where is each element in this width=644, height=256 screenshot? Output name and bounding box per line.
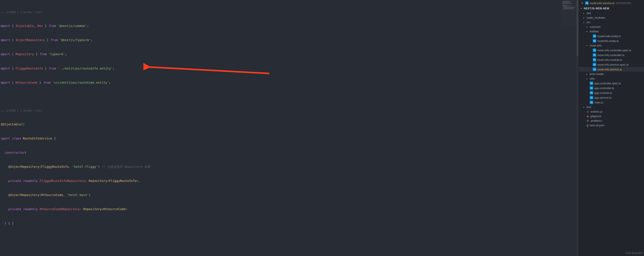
file-app-controller-spec[interactable]: ▸TSapp.controller.spec.ts <box>579 81 644 86</box>
code-line: mport { Injectable, Res } from '@nestjs/… <box>1 24 579 28</box>
file-explorer-sidebar: ✕ TS route-info.service.ts src/route-inf… <box>579 0 644 256</box>
chevron-right-icon: ▸ <box>586 78 588 80</box>
folder-utils[interactable]: ▸utils <box>579 76 644 81</box>
typescript-icon: TS <box>593 53 596 57</box>
file-gitignore[interactable]: ▸◆.gitignore <box>579 114 644 118</box>
eslint-icon: ◎ <box>587 110 589 113</box>
typescript-icon: TS <box>590 82 593 85</box>
folder-route-info[interactable]: ▾route-info <box>579 43 644 48</box>
folder-test[interactable]: ▸test <box>579 105 644 109</box>
file-tree: ▸dist ▸node_modules ▾src ▸common ▾entiti… <box>579 11 644 256</box>
code-line: xport class RouteInfoService { <box>1 136 579 141</box>
open-editors-section: ✕ TS route-info.service.ts src/route-inf… <box>579 0 644 6</box>
typescript-icon: TS <box>590 96 593 99</box>
file-routeinfo-entity[interactable]: ▸TSrouteInfo.entity.ts <box>579 38 644 43</box>
file-routecode-entity[interactable]: ▸TSrouteCode.entity.ts <box>579 34 644 38</box>
file-service-active[interactable]: ▸TSroute-info.service.ts <box>579 67 644 72</box>
git-icon: ◆ <box>587 115 588 118</box>
code-line: ) { } <box>1 221 579 226</box>
json-icon: {} <box>587 124 588 127</box>
vertical-scrollbar[interactable] <box>576 0 579 256</box>
chevron-down-icon: ▾ <box>581 8 583 10</box>
git-blame-line: u, 2小时前 | 1 author (You) <box>1 109 579 113</box>
file-app-module[interactable]: ▸TSapp.module.ts <box>579 90 644 95</box>
project-name: NESTJS-WEB-NEW <box>584 7 610 10</box>
typescript-icon: TS <box>593 39 596 42</box>
code-area[interactable]: u, 2小时前 | 1 author (You) mport { Injecta… <box>0 0 579 256</box>
close-icon[interactable]: ✕ <box>581 2 584 4</box>
open-file-path: src/route-info <box>616 2 631 4</box>
typescript-icon: TS <box>593 48 596 52</box>
folder-entities[interactable]: ▾entities <box>579 29 644 34</box>
typescript-icon: TS <box>590 100 593 104</box>
chevron-right-icon: ▸ <box>586 26 588 28</box>
code-line: private readonly HtSourceCodeRepository:… <box>1 207 579 212</box>
chevron-down-icon: ▾ <box>584 21 586 24</box>
typescript-icon: TS <box>585 1 588 5</box>
code-line: mport { InjectRepository } from '@nestjs… <box>1 38 579 42</box>
editor-pane: u, 2小时前 | 1 author (You) mport { Injecta… <box>0 0 579 256</box>
code-line: @Injectable() <box>1 122 579 127</box>
chevron-right-icon: ▸ <box>584 106 586 108</box>
folder-common[interactable]: ▸common <box>579 24 644 29</box>
typescript-icon: TS <box>593 68 596 71</box>
minimap[interactable] <box>562 0 577 26</box>
file-app-controller[interactable]: ▸TSapp.controller.ts <box>579 86 644 90</box>
file-controller-spec[interactable]: ▸TSroute-info.controller.spec.ts <box>579 48 644 52</box>
typescript-icon: TS <box>593 34 596 38</box>
file-service-spec[interactable]: ▸TSroute-info.service.spec.ts <box>579 62 644 67</box>
code-line: mport { HtSourceCode } from 'src/entitie… <box>1 80 579 85</box>
code-line: @InjectRepository(FliggyRouteInfo, 'hote… <box>1 164 579 169</box>
prettier-icon: ⚙ <box>587 119 589 122</box>
folder-dist[interactable]: ▸dist <box>579 11 644 16</box>
open-editor-item[interactable]: ✕ TS route-info.service.ts src/route-inf… <box>579 0 644 6</box>
typescript-icon: TS <box>593 58 596 62</box>
chevron-right-icon: ▸ <box>586 73 588 75</box>
git-blame-line: u, 2小时前 | 1 author (You) <box>1 10 579 14</box>
code-line: private readonly FliggyRouteInfoReposito… <box>1 179 579 184</box>
file-controller[interactable]: ▸TSroute-info.controller.ts <box>579 52 644 57</box>
scrollbar-thumb[interactable] <box>577 0 578 56</box>
folder-src[interactable]: ▾src <box>579 20 644 24</box>
file-eslintrc[interactable]: ▸◎.eslintrc.js <box>579 109 644 114</box>
code-line: mport { FliggyRouteInfo } from '../entit… <box>1 66 579 71</box>
file-app-service[interactable]: ▸TSapp.service.ts <box>579 95 644 100</box>
project-header[interactable]: ▾ NESTJS-WEB-NEW <box>579 6 644 11</box>
chevron-right-icon: ▸ <box>584 12 586 14</box>
typescript-icon: TS <box>590 91 593 94</box>
folder-node-modules[interactable]: ▸node_modules <box>579 16 644 20</box>
chevron-right-icon: ▸ <box>584 17 586 19</box>
code-line: constructor( <box>1 150 579 155</box>
file-main[interactable]: ▸TSmain.ts <box>579 100 644 105</box>
file-nest-cli[interactable]: ▸{}nest-cli.json <box>579 123 644 128</box>
typescript-icon: TS <box>590 86 593 90</box>
file-module[interactable]: ▸TSroute-info.module.ts <box>579 57 644 62</box>
file-prettierrc[interactable]: ▸⚙.prettierrc <box>579 118 644 123</box>
chevron-down-icon: ▾ <box>586 30 588 32</box>
chevron-down-icon: ▾ <box>586 44 588 47</box>
folder-time-model[interactable]: ▸time-model <box>579 72 644 76</box>
watermark: CSDN @湖边看客 <box>625 252 643 255</box>
code-line: mport { Repository } from 'typeorm'; <box>1 52 579 57</box>
open-file-name: route-info.service.ts <box>590 2 614 5</box>
typescript-icon: TS <box>593 63 596 66</box>
code-line: @InjectRepository(HtSourceCode, 'hotel-m… <box>1 193 579 198</box>
